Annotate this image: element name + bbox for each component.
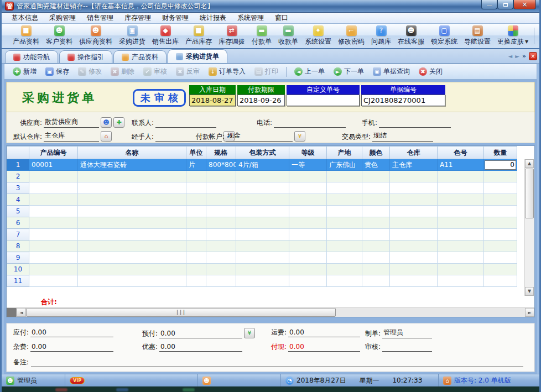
cell-color[interactable] <box>362 206 390 217</box>
tab-guide[interactable]: 操作指引 <box>59 50 112 63</box>
cell-name[interactable] <box>78 171 186 182</box>
cell-packing[interactable] <box>236 252 289 264</box>
cell-unit[interactable] <box>186 217 206 229</box>
footer-input-misc-fee[interactable]: 0.00 <box>30 343 113 352</box>
cell-color-no[interactable] <box>438 171 484 182</box>
field-input-contact[interactable] <box>155 119 216 128</box>
minimize-button[interactable]: — <box>481 0 497 9</box>
cell-warehouse[interactable]: 主仓库 <box>390 159 438 171</box>
footer-input-payable[interactable]: 0.00 <box>30 328 113 337</box>
header-field-value-bill-no[interactable]: CJ201808270001 <box>361 95 445 106</box>
cell-origin[interactable] <box>327 275 362 287</box>
cell-grade[interactable] <box>289 206 327 217</box>
toolbar-button-exit[interactable]: ➜退出 <box>537 24 539 48</box>
cell-spec[interactable] <box>206 171 236 182</box>
cell-unit[interactable] <box>186 275 206 287</box>
hscroll-track[interactable] <box>336 308 525 317</box>
cell-spec[interactable] <box>206 182 236 194</box>
toolbar-button-customer-info[interactable]: ☻客户资料 <box>43 24 76 48</box>
cell-qty[interactable]: 0 <box>484 159 517 171</box>
footer-input-prepaid[interactable]: 0.00 <box>159 330 242 338</box>
cell-warehouse[interactable] <box>390 252 438 264</box>
cell-code[interactable] <box>29 182 78 194</box>
field-input-mobile[interactable] <box>379 119 451 128</box>
cell-grade[interactable]: 一等 <box>289 159 327 171</box>
cell-code[interactable] <box>29 241 78 252</box>
cell-packing[interactable] <box>236 217 289 229</box>
tab-purchase-order[interactable]: 采购进货单 <box>168 49 227 63</box>
cell-spec[interactable] <box>206 241 236 252</box>
doc-button-import-order[interactable]: ↓订单导入 <box>205 65 249 78</box>
menu-item-basic-info[interactable]: 基本信息 <box>6 12 44 24</box>
cell-qty[interactable] <box>484 241 517 252</box>
cell-spec[interactable] <box>206 206 236 217</box>
header-field-value-pay-deadline[interactable]: 2018-09-26 <box>237 95 285 106</box>
cell-origin[interactable]: 广东佛山 <box>327 159 362 171</box>
cell-color[interactable] <box>362 275 390 287</box>
cell-name[interactable] <box>78 241 186 252</box>
cell-origin[interactable] <box>327 194 362 206</box>
tab-list-icon[interactable]: » <box>522 53 526 60</box>
column-header-spec[interactable]: 规格 <box>206 147 236 159</box>
toolbar-button-payment-bill[interactable]: ▬付款单 <box>248 24 275 48</box>
cell-grade[interactable] <box>289 194 327 206</box>
cell-color[interactable] <box>362 171 390 182</box>
vscroll-thumb[interactable] <box>525 169 534 218</box>
cell-unit[interactable] <box>186 171 206 182</box>
toolbar-button-online-service[interactable]: ☻在线客服 <box>394 24 428 48</box>
toolbar-button-change-skin[interactable]: 更换皮肤▼ <box>494 24 532 48</box>
cell-name[interactable] <box>78 206 186 217</box>
toolbar-button-supplier-info[interactable]: ☻供应商资料 <box>76 24 116 48</box>
toolbar-button-purchase-in[interactable]: ▣采购进货 <box>116 24 149 48</box>
cell-code[interactable] <box>29 229 78 241</box>
cell-color[interactable] <box>362 252 390 264</box>
footer-input-maker[interactable]: 管理员 <box>382 328 432 338</box>
people-picker-icon[interactable]: ☻ <box>101 117 112 128</box>
cell-warehouse[interactable] <box>390 206 438 217</box>
scroll-left-icon[interactable]: ◄ <box>17 308 26 317</box>
grid-empty-row[interactable]: 5 <box>7 206 517 217</box>
cell-packing[interactable] <box>236 206 289 217</box>
cell-grade[interactable] <box>289 217 327 229</box>
cell-name[interactable] <box>78 264 186 275</box>
doc-button-next[interactable]: ►下一单 <box>330 65 368 78</box>
column-header-origin[interactable]: 产地 <box>327 147 362 159</box>
grid-empty-row[interactable]: 4 <box>7 194 517 206</box>
grid-empty-row[interactable]: 3 <box>7 182 517 194</box>
cell-unit[interactable] <box>186 229 206 241</box>
tab-nav[interactable]: 功能导航 <box>5 50 58 63</box>
toolbar-button-product-info[interactable]: ■产品资料 <box>9 24 43 48</box>
vertical-scrollbar[interactable]: ▲ ▼ <box>524 159 534 296</box>
cell-color-no[interactable] <box>438 252 484 264</box>
grid-empty-row[interactable]: 7 <box>7 229 517 241</box>
cell-unit[interactable] <box>186 252 206 264</box>
cell-color-no[interactable] <box>438 206 484 217</box>
cell-warehouse[interactable] <box>390 182 438 194</box>
cell-qty[interactable] <box>484 275 517 287</box>
cell-code[interactable] <box>29 275 78 287</box>
cell-color[interactable]: 黄色 <box>362 159 390 171</box>
toolbar-button-product-stock[interactable]: ■产品库存 <box>182 24 215 48</box>
column-header-warehouse[interactable]: 仓库 <box>390 147 438 159</box>
cell-grade[interactable] <box>289 264 327 275</box>
scroll-up-icon[interactable]: ▲ <box>525 159 534 168</box>
doc-button-add[interactable]: ✚新增 <box>9 65 40 78</box>
column-header-grade[interactable]: 等级 <box>289 147 327 159</box>
column-header-code[interactable]: 产品编号 <box>29 147 78 159</box>
cell-unit[interactable] <box>186 182 206 194</box>
cell-qty[interactable] <box>484 252 517 264</box>
cell-code[interactable] <box>29 194 78 206</box>
cell-name[interactable]: 通体大理石瓷砖 <box>78 159 186 171</box>
menu-item-window-menu[interactable]: 窗口 <box>269 12 294 24</box>
cell-qty[interactable] <box>484 182 517 194</box>
cell-origin[interactable] <box>327 264 362 275</box>
horizontal-scrollbar[interactable]: ◄ ┃┃┃ ► <box>7 307 534 317</box>
cell-grade[interactable] <box>289 275 327 287</box>
menu-item-stats-report[interactable]: 统计报表 <box>194 12 232 24</box>
cell-color[interactable] <box>362 217 390 229</box>
doc-button-save[interactable]: ▣保存 <box>41 65 73 78</box>
cell-color-no[interactable] <box>438 229 484 241</box>
cell-color-no[interactable]: A11 <box>438 159 484 171</box>
cell-code[interactable] <box>29 171 78 182</box>
cell-name[interactable] <box>78 275 186 287</box>
